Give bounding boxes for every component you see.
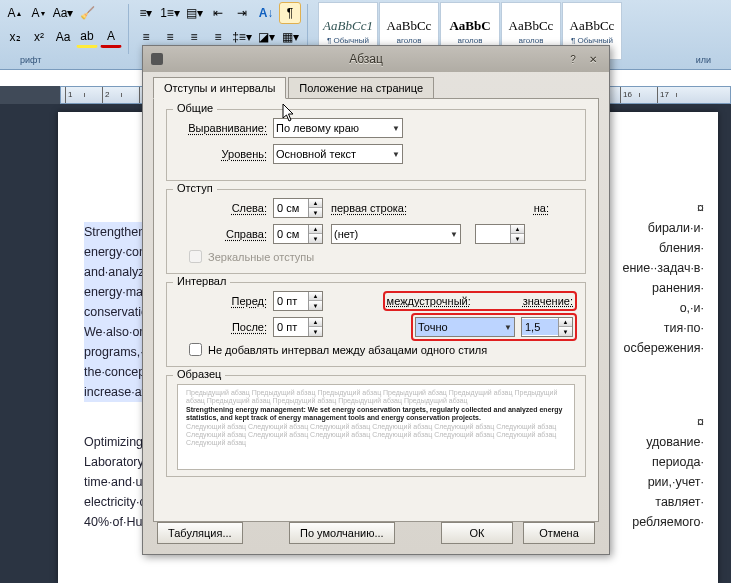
left-indent-input[interactable]: 0 см ▲▼	[273, 198, 323, 218]
legend-sample: Образец	[173, 368, 225, 380]
mirror-indents-checkbox: Зеркальные отступы	[177, 250, 575, 263]
align-select[interactable]: По левому краю▼	[273, 118, 403, 138]
dialog-tabs: Отступы и интервалы Положение на страниц…	[143, 70, 609, 98]
preview-box: Предыдущий абзац Предыдущий абзац Предыд…	[177, 384, 575, 470]
first-line-select[interactable]: (нет)▼	[331, 224, 461, 244]
tab-indents[interactable]: Отступы и интервалы	[153, 77, 286, 99]
numbering-button[interactable]: 1≡▾	[159, 2, 181, 24]
tab-body: Общие Выравнивание: По левому краю▼ Уров…	[153, 98, 599, 522]
level-label: Уровень:	[177, 148, 273, 160]
text-right-column: ¤бирали·и·бления·ение··задач·в·ранения·о…	[623, 198, 705, 358]
group-label-font: рифт	[20, 55, 41, 69]
line-spacing-select[interactable]: Точно▼	[415, 317, 515, 337]
same-style-checkbox-input[interactable]	[189, 343, 202, 356]
help-button[interactable]: ?	[565, 52, 581, 66]
fieldset-indent: Отступ Слева: 0 см ▲▼ первая строка: на:…	[166, 189, 586, 274]
tabs-button[interactable]: Табуляция...	[157, 522, 243, 544]
dialog-icon	[151, 53, 163, 65]
dialog-titlebar[interactable]: Абзац ? ✕	[143, 46, 609, 72]
subscript-button[interactable]: x₂	[4, 26, 26, 48]
para-group: ≡▾ 1≡▾ ▤▾ ⇤ ⇥ A↓ ¶ ≡ ≡ ≡ ≡ ‡≡▾ ◪▾ ▦▾	[135, 2, 301, 48]
decrease-indent-button[interactable]: ⇤	[207, 2, 229, 24]
group-label-styles: или	[696, 55, 711, 69]
before-input[interactable]: 0 пт ▲▼	[273, 291, 323, 311]
after-input[interactable]: 0 пт ▲▼	[273, 317, 323, 337]
align-label: Выравнивание:	[177, 122, 273, 134]
font-group: A▲ A▼ Aa▾ 🧹 x₂ x² Aa ab A	[4, 2, 122, 48]
paragraph-dialog: Абзац ? ✕ Отступы и интервалы Положение …	[142, 45, 610, 555]
bullets-button[interactable]: ≡▾	[135, 2, 157, 24]
ok-button[interactable]: ОК	[441, 522, 513, 544]
same-style-spacing-checkbox[interactable]: Не добавлять интервал между абзацами одн…	[177, 343, 575, 356]
value-label: значение:	[523, 295, 573, 307]
grow-font-button[interactable]: A▲	[4, 2, 26, 24]
left-indent-label: Слева:	[177, 202, 273, 214]
font-color-button[interactable]: A	[100, 26, 122, 48]
legend-spacing: Интервал	[173, 275, 230, 287]
by-label: на:	[485, 202, 555, 214]
fieldset-general: Общие Выравнивание: По левому краю▼ Уров…	[166, 109, 586, 181]
mirror-checkbox-input	[189, 250, 202, 263]
fieldset-spacing: Интервал Перед: 0 пт ▲▼ междустрочный: з…	[166, 282, 586, 367]
after-label: После:	[177, 321, 273, 333]
superscript-button[interactable]: x²	[28, 26, 50, 48]
legend-indent: Отступ	[173, 182, 217, 194]
first-line-by-input[interactable]: ▲▼	[475, 224, 525, 244]
text-right-column-2: ¤удование·периода·рии,·учет·тавляет·ребл…	[632, 412, 704, 532]
dialog-title: Абзац	[171, 52, 561, 66]
before-label: Перед:	[177, 295, 273, 307]
multilevel-button[interactable]: ▤▾	[183, 2, 205, 24]
highlight-button[interactable]: ab	[76, 26, 98, 48]
tab-position[interactable]: Положение на странице	[288, 77, 434, 99]
ribbon-divider	[128, 4, 129, 54]
text-effects-button[interactable]: Aa	[52, 26, 74, 48]
sort-button[interactable]: A↓	[255, 2, 277, 24]
show-marks-button[interactable]: ¶	[279, 2, 301, 24]
right-indent-input[interactable]: 0 см ▲▼	[273, 224, 323, 244]
line-spacing-value-input[interactable]: 1,5 ▲▼	[521, 317, 573, 337]
legend-general: Общие	[173, 102, 217, 114]
increase-indent-button[interactable]: ⇥	[231, 2, 253, 24]
change-case-button[interactable]: Aa▾	[52, 2, 74, 24]
default-button[interactable]: По умолчанию...	[289, 522, 395, 544]
shrink-font-button[interactable]: A▼	[28, 2, 50, 24]
clear-format-button[interactable]: 🧹	[76, 2, 98, 24]
line-spacing-label: междустрочный:	[387, 295, 471, 307]
fieldset-sample: Образец Предыдущий абзац Предыдущий абза…	[166, 375, 586, 477]
first-line-label: первая строка:	[323, 202, 435, 214]
level-select[interactable]: Основной текст▼	[273, 144, 403, 164]
right-indent-label: Справа:	[177, 228, 273, 240]
cancel-button[interactable]: Отмена	[523, 522, 595, 544]
dialog-button-row: Табуляция... По умолчанию... ОК Отмена	[157, 518, 595, 548]
close-button[interactable]: ✕	[585, 52, 601, 66]
